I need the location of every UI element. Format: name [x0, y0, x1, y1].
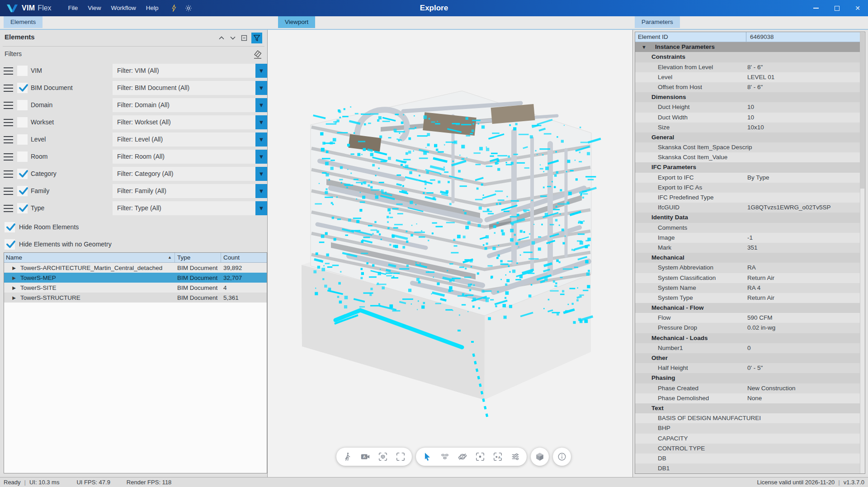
drag-handle-icon[interactable] [4, 205, 13, 212]
settings-sliders-icon[interactable] [510, 452, 520, 462]
brightness-icon[interactable] [184, 4, 193, 13]
parameter-row[interactable]: ▼ Half Height 0' - 5" [635, 363, 865, 373]
expand-arrow-icon[interactable]: ▶ [4, 285, 16, 290]
parameter-row[interactable]: ▼ Text [635, 403, 865, 413]
expand-arrow-icon[interactable]: ▶ [4, 265, 16, 270]
menu-item[interactable]: File [63, 0, 83, 16]
filter-dropdown[interactable]: Filter: Domain (All) ▼ [113, 98, 267, 112]
minimize-button[interactable] [806, 0, 826, 16]
dropdown-arrow-button[interactable]: ▼ [255, 81, 267, 95]
expand-arrow-icon[interactable]: ▶ [4, 295, 16, 300]
parameter-row[interactable]: ▼ IfcGUID 1G8QTvzs1EWRG_o02Tv5SP [635, 203, 865, 213]
collapse-all-icon[interactable] [240, 34, 248, 42]
parameter-row[interactable]: ▼ Dimensions [635, 92, 865, 102]
clear-filters-button[interactable] [253, 49, 263, 59]
column-header-type[interactable]: Type [175, 253, 221, 262]
parameter-row[interactable]: ▼ Number1 0 [635, 343, 865, 353]
parameter-row[interactable]: ▼ Identity Data [635, 213, 865, 222]
drag-handle-icon[interactable] [4, 188, 13, 195]
section-box-icon[interactable] [535, 452, 545, 462]
filter-toggle-button[interactable] [251, 33, 262, 43]
parameter-row[interactable]: ▼ System Classification Return Air [635, 273, 865, 283]
parameter-row[interactable]: ▼ IFC Predefined Type [635, 193, 865, 203]
table-row[interactable]: ▶ TowerS-MEP BIM Document 32,707 [4, 273, 267, 283]
scrollbar-track[interactable] [860, 32, 865, 473]
parameter-row[interactable]: ▼ Skanska Cost Item_Space Descrip [635, 142, 865, 152]
dropdown-arrow-button[interactable]: ▼ [255, 98, 267, 112]
parameter-row[interactable]: ▼ Phasing [635, 373, 865, 383]
drag-handle-icon[interactable] [4, 102, 13, 109]
drag-handle-icon[interactable] [4, 67, 13, 75]
parameter-row[interactable]: ▼ Image -1 [635, 233, 865, 243]
hide-room-elements-checkbox[interactable] [5, 222, 15, 232]
filter-dropdown[interactable]: Filter: Workset (All) ▼ [113, 115, 267, 129]
bim-model-canvas[interactable] [268, 30, 633, 467]
close-button[interactable]: ✕ [847, 0, 868, 16]
frame-all-icon[interactable] [396, 452, 406, 462]
hide-no-geometry-checkbox[interactable] [5, 239, 15, 250]
show-all-icon[interactable] [440, 452, 450, 462]
parameter-row[interactable]: ▼ Element ID 6469038 [635, 32, 865, 42]
move-down-icon[interactable] [229, 34, 237, 42]
menu-item[interactable]: Workflow [106, 0, 141, 16]
move-up-icon[interactable] [217, 34, 226, 42]
parameter-row[interactable]: ▼ Duct Height 10 [635, 102, 865, 112]
table-row[interactable]: ▶ TowerS-SITE BIM Document 4 [4, 283, 267, 293]
dropdown-arrow-button[interactable]: ▼ [255, 184, 267, 198]
tab-viewport[interactable]: Viewport [278, 16, 315, 28]
parameter-row[interactable]: ▼ Export to IFC As [635, 183, 865, 193]
parameter-row[interactable]: ▼ Duct Width 10 [635, 113, 865, 123]
filter-dropdown[interactable]: Filter: VIM (All) ▼ [113, 64, 267, 78]
filter-checkbox[interactable] [17, 100, 28, 110]
dropdown-arrow-button[interactable]: ▼ [255, 201, 267, 215]
parameter-row[interactable]: ▼ Mark 351 [635, 243, 865, 253]
filter-checkbox[interactable] [17, 186, 28, 196]
table-row[interactable]: ▶ TowerS-ARCHITECTURE_Martin_Central_det… [4, 263, 267, 273]
parameter-row[interactable]: ▼ Size 10x10 [635, 123, 865, 132]
parameter-row[interactable]: ▼ DB1 [635, 463, 865, 473]
parameter-row[interactable]: ▼ Mechanical [635, 253, 865, 263]
parameter-row[interactable]: ▼ System Name RA 4 [635, 283, 865, 293]
parameter-row[interactable]: ▼ Elevation from Level 8' - 6" [635, 62, 865, 72]
parameter-row[interactable]: ▼ Flow 590 CFM [635, 313, 865, 323]
drag-handle-icon[interactable] [4, 153, 13, 161]
dropdown-arrow-button[interactable]: ▼ [255, 64, 267, 78]
tab-parameters[interactable]: Parameters [635, 16, 680, 28]
isolate-icon[interactable] [475, 452, 485, 462]
parameter-row[interactable]: ▼ Phase Demolished None [635, 393, 865, 403]
filter-dropdown[interactable]: Filter: Type (All) ▼ [113, 201, 267, 215]
dropdown-arrow-button[interactable]: ▼ [255, 132, 267, 147]
maximize-button[interactable] [826, 0, 847, 16]
parameter-row[interactable]: ▼ Skanska Cost Item_Value [635, 152, 865, 162]
parameter-row[interactable]: ▼ IFC Parameters [635, 162, 865, 172]
filter-dropdown[interactable]: Filter: Category (All) ▼ [113, 167, 267, 181]
orbit-cube-icon[interactable] [378, 452, 388, 462]
select-similar-icon[interactable]: A [493, 452, 503, 462]
parameter-row[interactable]: ▼ DB [635, 454, 865, 463]
parameter-row[interactable]: ▼ Export to IFC By Type [635, 173, 865, 183]
column-header-count[interactable]: Count [221, 253, 267, 262]
drag-handle-icon[interactable] [4, 119, 13, 126]
section-collapse-icon[interactable]: ▼ [642, 42, 646, 52]
select-cursor-icon[interactable] [422, 452, 432, 462]
viewport-3d[interactable]: A A [268, 30, 633, 477]
column-header-name[interactable]: Name ▲ [4, 253, 175, 262]
scrollbar-thumb[interactable] [860, 33, 864, 189]
parameter-row[interactable]: ▼ Other [635, 353, 865, 363]
parameter-row[interactable]: ▼ Instance Parameters [635, 42, 865, 52]
parameter-row[interactable]: ▼ Offset from Host 8' - 6" [635, 82, 865, 92]
filter-checkbox[interactable] [17, 83, 28, 93]
hide-icon[interactable] [458, 452, 467, 462]
filter-checkbox[interactable] [17, 117, 28, 128]
filter-dropdown[interactable]: Filter: Level (All) ▼ [113, 132, 267, 147]
filter-dropdown[interactable]: Filter: BIM Document (All) ▼ [113, 81, 267, 95]
walk-icon[interactable] [343, 452, 353, 462]
dropdown-arrow-button[interactable]: ▼ [255, 167, 267, 181]
camera-icon[interactable]: A [360, 452, 370, 462]
drag-handle-icon[interactable] [4, 136, 13, 143]
filter-checkbox[interactable] [17, 203, 28, 213]
dropdown-arrow-button[interactable]: ▼ [255, 115, 267, 129]
parameter-row[interactable]: ▼ CONTROL TYPE [635, 444, 865, 454]
filter-checkbox[interactable] [17, 66, 28, 76]
filter-dropdown[interactable]: Filter: Room (All) ▼ [113, 150, 267, 164]
